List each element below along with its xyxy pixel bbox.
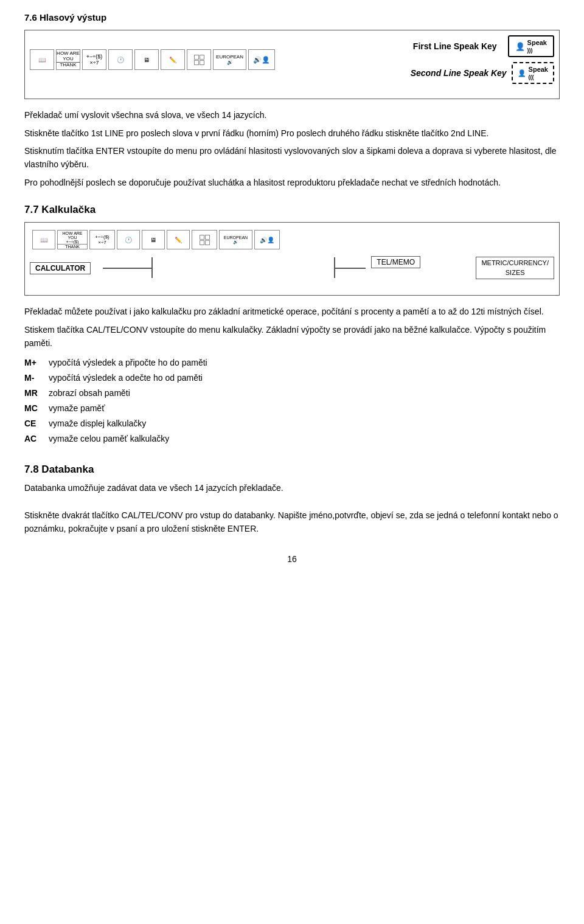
page-number: 16 xyxy=(24,554,560,564)
pen-icon: ✏️ xyxy=(161,49,185,70)
first-line-label: First Line Speak Key xyxy=(413,41,497,51)
telmemo-label: TEL/MEMO xyxy=(371,257,420,266)
mem-desc-mplus: vypočítá výsledek a připočte ho do pamět… xyxy=(49,356,560,369)
d77-monitor-icon: 🖥 xyxy=(142,230,165,249)
calc-icon: +−÷($) ×÷7 xyxy=(82,49,106,70)
speak-head-icon: 🔊👤 xyxy=(248,49,275,70)
metric-label: METRIC/CURRENCY/SIZES xyxy=(476,257,554,279)
mem-row-ce: CE vymaže displej kalkulačky xyxy=(24,417,560,430)
mem-key-mminus: M- xyxy=(24,372,49,384)
d77-pen-icon: ✏️ xyxy=(167,230,190,249)
d77-text-icon: HOW ARE YOU +−÷($) THANK xyxy=(57,230,88,249)
section-78-title: 7.8 Databanka xyxy=(24,464,560,476)
clock-icon: 🕐 xyxy=(108,49,133,70)
section-77-title: 7.7 Kalkulačka xyxy=(24,204,560,216)
diagram-77-toolbar: 📖 HOW ARE YOU +−÷($) THANK +−÷($) ×÷7 🕐 … xyxy=(30,228,554,252)
mem-key-mc: MC xyxy=(24,402,49,415)
section-76-para1: Překladač umí vyslovit všechna svá slova… xyxy=(24,109,560,122)
d77-grid-icon xyxy=(192,230,217,249)
grid-icon xyxy=(187,49,211,70)
d77-calc-icon: +−÷($) ×÷7 xyxy=(89,230,115,249)
text-icon: HOW ARE YOU THANK xyxy=(56,49,80,70)
mem-row-mr: MR zobrazí obsah paměti xyxy=(24,387,560,400)
d77-book-icon: 📖 xyxy=(32,230,55,249)
d77-clock-icon: 🕐 xyxy=(117,230,140,249)
monitor-icon: 🖥 xyxy=(134,49,159,70)
d77-speak-eu-icon: EUROPEAN 🔊 xyxy=(219,230,252,249)
telmemo-arrow-v xyxy=(334,257,335,278)
section-78-para1: Databanka umožňuje zadávat data ve všech… xyxy=(24,482,560,495)
mem-row-ac: AC vymaže celou paměť kalkulačky xyxy=(24,432,560,445)
calc-arrow xyxy=(103,268,151,269)
speak-button-2: 👤 Speak((( xyxy=(512,62,554,84)
mem-desc-mc: vymaže paměť xyxy=(49,402,560,415)
diagram-76: 📖 HOW ARE YOU THANK +−÷($) ×÷7 🕐 🖥 ✏️ xyxy=(24,30,560,99)
calc-arrow-v xyxy=(151,257,153,278)
section-78-para2: Stiskněte dvakrát tlačítko CAL/TEL/CONV … xyxy=(24,509,560,535)
section-77-para1: Překladač můžete používat i jako kalkula… xyxy=(24,305,560,319)
mem-key-ac: AC xyxy=(24,432,49,445)
section-76-title: 7.6 Hlasový výstup xyxy=(24,12,560,23)
mem-desc-mr: zobrazí obsah paměti xyxy=(49,387,560,400)
toolbar-row: 📖 HOW ARE YOU THANK +−÷($) ×÷7 🕐 🖥 ✏️ xyxy=(30,35,554,84)
mem-key-ce: CE xyxy=(24,417,49,430)
diagram-77: 📖 HOW ARE YOU +−÷($) THANK +−÷($) ×÷7 🕐 … xyxy=(24,222,560,296)
d77-speak-head-icon: 🔊👤 xyxy=(254,230,280,249)
section-76-para3: Stisknutím tlačítka ENTER vstoupíte do m… xyxy=(24,145,560,171)
book-icon: 📖 xyxy=(30,49,54,70)
section-76-para2: Stiskněte tlačítko 1st LINE pro poslech … xyxy=(24,127,560,141)
speak-key-labels: First Line Speak Key 👤 Speak))) Second L… xyxy=(411,35,554,84)
section-76-para4: Pro pohodlnější poslech se doporučuje po… xyxy=(24,176,560,190)
mem-row-mplus: M+ vypočítá výsledek a připočte ho do pa… xyxy=(24,356,560,369)
telmemo-arrow xyxy=(335,268,366,269)
calculator-label: CALCULATOR xyxy=(30,263,91,273)
mem-key-mr: MR xyxy=(24,387,49,400)
second-line-label: Second Line Speak Key xyxy=(411,68,507,78)
memory-table: M+ vypočítá výsledek a připočte ho do pa… xyxy=(24,356,560,445)
section-77-para2: Stiskem tlačítka CAL/TEL/CONV vstoupíte … xyxy=(24,324,560,350)
mem-desc-mminus: vypočítá výsledek a odečte ho od paměti xyxy=(49,372,560,384)
mem-row-mminus: M- vypočítá výsledek a odečte ho od pamě… xyxy=(24,372,560,384)
diagram-77-labels: CALCULATOR TEL/MEMO METRIC/CURRENCY/SIZE… xyxy=(30,257,554,290)
speak-european-icon: EUROPEAN 🔊 xyxy=(213,49,246,70)
mem-row-mc: MC vymaže paměť xyxy=(24,402,560,415)
speak-button-1: 👤 Speak))) xyxy=(508,35,554,57)
mem-desc-ce: vymaže displej kalkulačky xyxy=(49,417,560,430)
mem-key-mplus: M+ xyxy=(24,356,49,369)
mem-desc-ac: vymaže celou paměť kalkulačky xyxy=(49,432,560,445)
